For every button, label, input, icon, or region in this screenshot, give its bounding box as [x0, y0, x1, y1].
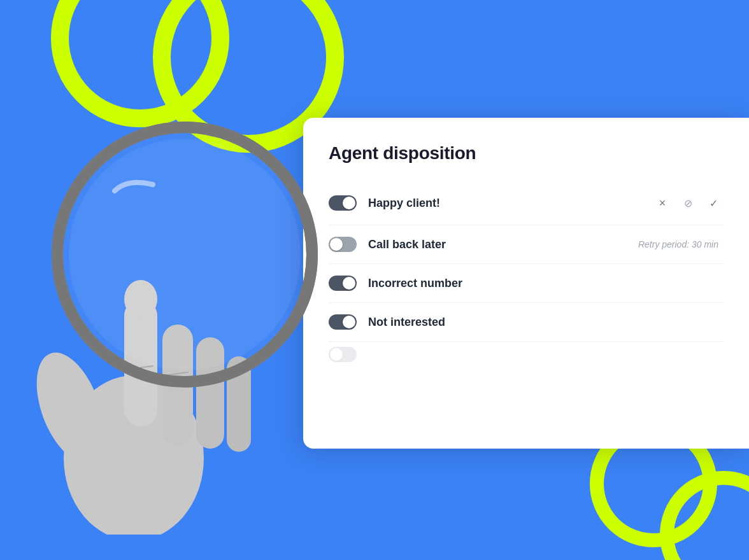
disposition-row-incorrect-number: Incorrect number — [329, 264, 724, 303]
toggle-happy-client[interactable] — [329, 195, 357, 211]
toggle-not-interested[interactable] — [329, 314, 357, 330]
disposition-row-call-back-later: Call back later Retry period: 30 min — [329, 225, 724, 264]
svg-line-9 — [131, 366, 153, 369]
disposition-list: × ⊘ ✓ Call back later Retry period: 30 m… — [329, 181, 724, 361]
toggle-partial — [329, 347, 357, 362]
row-actions-happy-client: × ⊘ ✓ — [652, 193, 724, 213]
disposition-input-happy-client[interactable] — [368, 197, 652, 210]
close-button-happy-client[interactable]: × — [652, 193, 673, 213]
svg-line-10 — [164, 372, 188, 375]
agent-disposition-card: Agent disposition × ⊘ ✓ Call back later … — [303, 118, 749, 449]
svg-point-12 — [57, 127, 312, 382]
retry-period-call-back-later: Retry period: 30 min — [638, 239, 724, 249]
toggle-call-back-later[interactable] — [329, 237, 357, 252]
svg-point-5 — [124, 280, 157, 318]
decorative-ring-1 — [51, 0, 229, 127]
disposition-row-happy-client: × ⊘ ✓ — [329, 181, 724, 225]
label-call-back-later: Call back later — [368, 238, 638, 251]
label-incorrect-number: Incorrect number — [368, 277, 724, 290]
card-title: Agent disposition — [329, 143, 724, 164]
svg-point-11 — [69, 139, 301, 370]
svg-rect-4 — [124, 299, 157, 426]
svg-point-2 — [64, 375, 204, 535]
svg-rect-8 — [227, 356, 251, 452]
corner-arc-decoration — [660, 471, 749, 560]
label-not-interested: Not interested — [368, 316, 724, 329]
svg-point-3 — [24, 344, 117, 471]
ban-button-happy-client[interactable]: ⊘ — [678, 193, 698, 213]
svg-rect-6 — [162, 325, 193, 445]
svg-rect-7 — [196, 337, 224, 449]
disposition-row-not-interested: Not interested — [329, 303, 724, 342]
svg-point-0 — [57, 127, 312, 382]
partial-row-hint — [329, 342, 724, 361]
confirm-button-happy-client[interactable]: ✓ — [703, 193, 724, 213]
toggle-incorrect-number[interactable] — [329, 276, 357, 291]
svg-rect-1 — [149, 373, 189, 431]
